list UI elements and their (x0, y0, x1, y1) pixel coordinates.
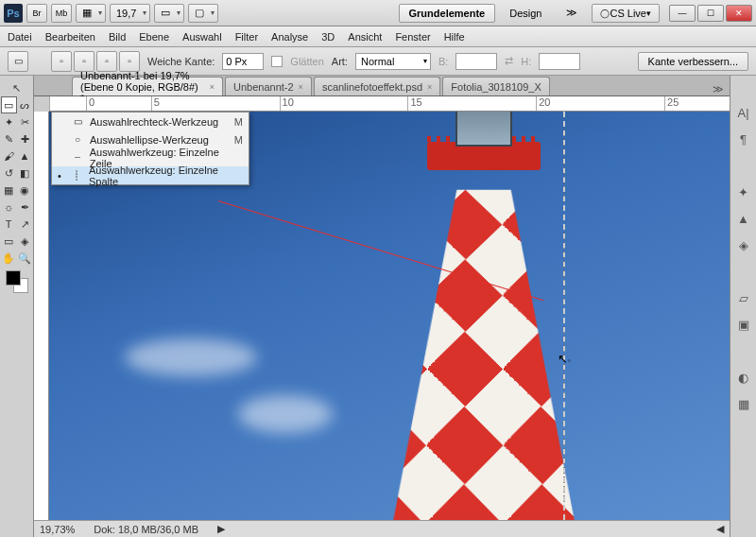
minibridge-button[interactable]: Mb (51, 4, 72, 23)
tab-label: Fotolia_3018109_X (451, 81, 541, 93)
path-tool[interactable]: ↗ (17, 216, 33, 233)
actions-panel-icon[interactable]: ▣ (735, 316, 752, 333)
menu-bild[interactable]: Bild (109, 31, 126, 43)
selection-mode-group: ▫ ▫ ▫ ▫ (51, 51, 140, 72)
menu-auswahl[interactable]: Auswahl (182, 31, 222, 43)
swatches-panel-icon[interactable]: ▦ (735, 395, 752, 412)
move-tool[interactable]: ↖ (9, 79, 25, 96)
blur-tool[interactable]: ◉ (17, 182, 33, 199)
selection-new-icon[interactable]: ▫ (51, 51, 72, 72)
menu-ansicht[interactable]: Ansicht (348, 31, 382, 43)
dodge-tool[interactable]: ☼ (1, 199, 17, 216)
menu-datei[interactable]: Datei (8, 31, 32, 43)
menu-bar: Datei Bearbeiten Bild Ebene Auswahl Filt… (0, 26, 756, 47)
marquee-tool[interactable]: ▭ (1, 96, 17, 113)
pen-tool[interactable]: ✒ (17, 199, 33, 216)
doc-size[interactable]: Dok: 18,0 MB/36,0 MB (94, 524, 198, 535)
menu-bearbeiten[interactable]: Bearbeiten (45, 31, 95, 43)
menu-hilfe[interactable]: Hilfe (444, 31, 465, 43)
selection-intersect-icon[interactable]: ▫ (119, 51, 140, 72)
document-tabs: Unbenannt-1 bei 19,7% (Ebene 0 Kopie, RG… (34, 76, 730, 96)
wand-tool[interactable]: ✦ (1, 113, 17, 130)
ruler-vertical[interactable] (34, 112, 49, 537)
ellipse-icon: ○ (71, 134, 84, 145)
width-input (455, 53, 497, 70)
workspace-grundelemente[interactable]: Grundelemente (399, 4, 496, 23)
type-tool[interactable]: T (1, 216, 17, 233)
menu-analyse[interactable]: Analyse (271, 31, 308, 43)
transform-panel-icon[interactable]: ▱ (735, 289, 752, 306)
antialias-label: Glätten (290, 56, 323, 67)
bridge-button[interactable]: Br (26, 4, 47, 23)
tab-fotolia[interactable]: Fotolia_3018109_X (442, 77, 549, 95)
zoom-select[interactable]: 19,7 (110, 4, 150, 23)
crop-tool[interactable]: ✂ (17, 113, 33, 130)
zoom-tool[interactable]: 🔍 (17, 250, 33, 267)
status-bar: 19,73% Dok: 18,0 MB/36,0 MB ▶ ◀ (34, 520, 730, 537)
tool-preset-icon[interactable]: ▭ (8, 51, 28, 72)
flyout-label: Auswahlellipse-Werkzeug (90, 134, 209, 146)
view-extras-select[interactable]: ▦ (76, 4, 106, 23)
tab-overflow[interactable]: ≫ (707, 83, 730, 95)
selection-add-icon[interactable]: ▫ (74, 51, 94, 72)
menu-filter[interactable]: Filter (235, 31, 258, 43)
maximize-button[interactable]: ☐ (697, 5, 724, 22)
tab-unbenannt1[interactable]: Unbenannt-1 bei 19,7% (Ebene 0 Kopie, RG… (72, 77, 223, 95)
nav-panel-icon[interactable]: ◈ (735, 236, 752, 253)
3d-tool[interactable]: ◈ (17, 233, 33, 250)
paragraph-panel-icon[interactable]: ¶ (735, 130, 752, 147)
close-icon[interactable]: × (299, 82, 303, 92)
cslive-button[interactable]: ◯ CS Live ▾ (592, 4, 660, 23)
screen-mode-select[interactable]: ▢ (188, 4, 218, 23)
style-label: Art: (332, 56, 348, 67)
menu-3d[interactable]: 3D (321, 31, 335, 43)
row-icon: ┄ (71, 152, 84, 163)
rectangle-icon: ▭ (71, 116, 84, 127)
color-swatch[interactable] (6, 270, 28, 293)
tab-scanline[interactable]: scanlinefotoeffekt.psd× (314, 77, 440, 95)
ruler-horizontal[interactable]: 0 5 10 15 20 25 (49, 96, 730, 112)
selection-subtract-icon[interactable]: ▫ (96, 51, 117, 72)
brush-panel-icon[interactable]: ✦ (735, 183, 752, 200)
close-button[interactable]: ✕ (726, 5, 752, 22)
character-panel-icon[interactable]: A| (735, 104, 752, 121)
lasso-tool[interactable]: ᔕ (17, 96, 33, 113)
close-icon[interactable]: × (427, 82, 432, 92)
clone-panel-icon[interactable]: ▲ (735, 210, 752, 227)
close-icon[interactable]: × (210, 82, 215, 92)
image-cloud (125, 338, 257, 376)
healing-tool[interactable]: ✚ (17, 130, 33, 147)
minimize-button[interactable]: — (669, 5, 696, 22)
image-lighthouse (285, 112, 682, 520)
flyout-rectangle-marquee[interactable]: ▭ Auswahlrechteck-Werkzeug M (52, 113, 249, 130)
right-dock: A| ¶ ✦ ▲ ◈ ▱ ▣ ◐ ▦ (730, 76, 756, 537)
scroll-left-icon[interactable]: ◀ (716, 523, 724, 535)
stamp-tool[interactable]: ▲ (17, 147, 33, 165)
width-label: B: (438, 56, 448, 67)
feather-label: Weiche Kante: (147, 56, 215, 67)
tab-unbenannt2[interactable]: Unbenannt-2× (225, 77, 312, 95)
eyedropper-tool[interactable]: ✎ (1, 130, 17, 147)
zoom-value[interactable]: 19,73% (40, 524, 75, 535)
workspace-design[interactable]: Design (499, 4, 552, 23)
hand-tool[interactable]: ✋ (1, 250, 17, 267)
height-input (539, 53, 580, 70)
flyout-shortcut: M (234, 116, 243, 128)
eraser-tool[interactable]: ◧ (17, 165, 33, 182)
gradient-tool[interactable]: ▦ (1, 182, 17, 199)
arrange-select[interactable]: ▭ (154, 4, 184, 23)
brush-tool[interactable]: 🖌 (1, 147, 17, 165)
tab-label: Unbenannt-2 (233, 81, 294, 93)
workspace-more[interactable]: ≫ (556, 4, 588, 23)
menu-ebene[interactable]: Ebene (139, 31, 169, 43)
style-select[interactable]: Normal (355, 53, 431, 70)
history-brush-tool[interactable]: ↺ (1, 165, 17, 182)
info-panel-icon[interactable]: ◐ (735, 369, 752, 386)
menu-fenster[interactable]: Fenster (395, 31, 430, 43)
feather-input[interactable] (222, 53, 264, 70)
status-arrow-icon[interactable]: ▶ (217, 523, 225, 535)
flyout-single-column[interactable]: •┊ Auswahlwerkzeug: Einzelne Spalte (52, 166, 249, 184)
shape-tool[interactable]: ▭ (1, 233, 17, 250)
antialias-checkbox[interactable] (271, 56, 283, 67)
refine-edge-button[interactable]: Kante verbessern... (638, 52, 748, 71)
